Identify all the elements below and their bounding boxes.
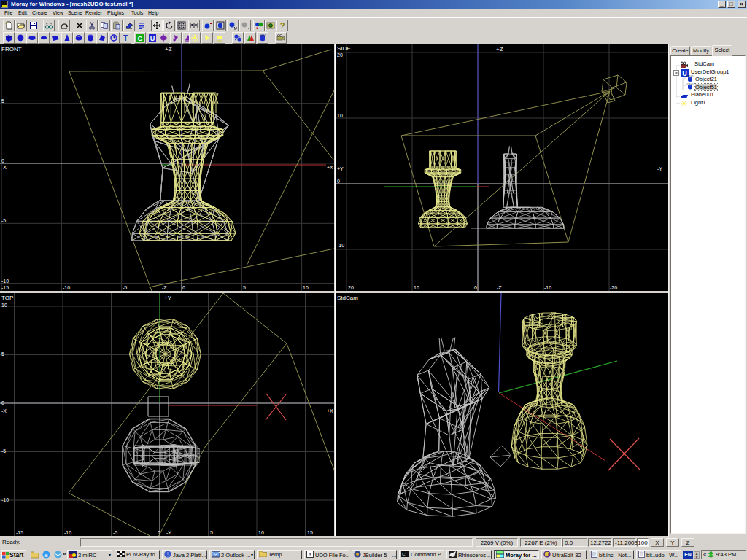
svg-text:-15: -15 — [1, 285, 9, 290]
svg-text:5: 5 — [1, 98, 4, 104]
svg-text:15: 15 — [307, 530, 313, 535]
svg-text:a: a — [309, 552, 311, 557]
svg-text:U: U — [150, 35, 155, 42]
svg-text:-20: -20 — [610, 285, 617, 290]
svg-text:-5: -5 — [123, 285, 127, 290]
svg-text:U: U — [546, 553, 549, 557]
svg-text:-5: -5 — [1, 218, 6, 223]
svg-text:-10: -10 — [63, 285, 70, 290]
svg-text:0: 0 — [158, 530, 160, 535]
svg-text:T: T — [123, 34, 128, 42]
svg-text:10: 10 — [414, 285, 419, 290]
svg-text:-10: -10 — [1, 279, 9, 284]
svg-text:0: 0 — [1, 400, 4, 405]
svg-text:-X: -X — [1, 408, 7, 413]
svg-text:10: 10 — [337, 113, 343, 118]
svg-text:-Y: -Y — [166, 530, 171, 535]
svg-text:-10: -10 — [544, 285, 551, 290]
svg-text:+Y: +Y — [337, 166, 344, 171]
svg-text:-10: -10 — [337, 243, 344, 248]
svg-text:?: ? — [280, 21, 285, 30]
svg-text:-Y: -Y — [657, 166, 662, 171]
svg-text:-5: -5 — [113, 530, 117, 535]
svg-text:StdCam: StdCam — [337, 295, 358, 301]
svg-text:5: 5 — [243, 285, 246, 290]
svg-text:0: 0 — [337, 179, 340, 184]
svg-text:+Y: +Y — [164, 295, 172, 301]
svg-text:UDO: UDO — [260, 34, 266, 36]
svg-text:-Z: -Z — [162, 285, 167, 290]
svg-text:-15: -15 — [16, 530, 23, 535]
svg-text:C:: C: — [402, 552, 406, 556]
svg-text:20: 20 — [348, 285, 354, 290]
svg-text:5: 5 — [210, 530, 213, 535]
svg-text:20: 20 — [337, 52, 343, 58]
svg-text:0: 0 — [182, 285, 185, 290]
svg-text:+X: +X — [327, 165, 333, 170]
svg-text:0: 0 — [474, 285, 477, 290]
svg-text:+X: +X — [327, 408, 333, 413]
svg-text:-10: -10 — [64, 530, 71, 535]
svg-text:-X: -X — [1, 165, 7, 170]
svg-text:-10: -10 — [1, 497, 9, 502]
svg-text:e: e — [44, 552, 48, 559]
svg-text:5: 5 — [1, 351, 4, 357]
svg-text:G: G — [137, 35, 142, 42]
svg-text:10: 10 — [258, 530, 264, 535]
svg-text:10: 10 — [1, 303, 7, 308]
svg-text:0: 0 — [1, 158, 4, 163]
svg-text:FRONT: FRONT — [1, 46, 22, 52]
svg-text:-5: -5 — [1, 448, 6, 454]
svg-text:TOP: TOP — [1, 295, 13, 301]
svg-text:10: 10 — [303, 285, 309, 290]
svg-text:-Z: -Z — [497, 285, 502, 290]
svg-text:SIDE: SIDE — [337, 45, 351, 52]
svg-text:+Z: +Z — [496, 46, 503, 52]
svg-text:+Z: +Z — [165, 46, 172, 52]
